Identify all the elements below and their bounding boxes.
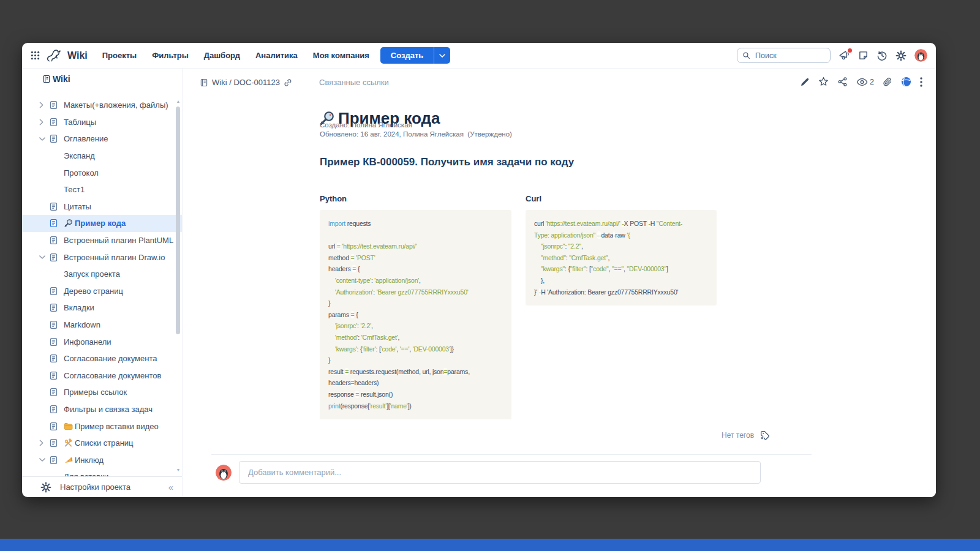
sidebar-item[interactable]: Цитаты — [22, 198, 182, 216]
user-avatar[interactable] — [216, 465, 232, 481]
create-button[interactable]: Создать — [380, 47, 450, 64]
edit-pencil-icon[interactable] — [800, 77, 810, 87]
sidebar-item-label: Инклюд — [75, 455, 104, 465]
sidebar-item[interactable]: Экспанд — [22, 148, 182, 165]
nav-item[interactable]: Дашборд — [204, 51, 240, 60]
comment-input[interactable] — [239, 461, 761, 484]
document-icon — [49, 303, 59, 312]
nav-item[interactable]: Аналитика — [255, 51, 298, 60]
notes-icon[interactable] — [858, 50, 869, 61]
sidebar-item[interactable]: Оглавление — [22, 130, 182, 148]
views-icon[interactable]: 2 — [856, 78, 874, 86]
sidebar-item[interactable]: Тест1 — [22, 181, 182, 198]
sidebar-item[interactable]: Таблицы — [22, 114, 182, 131]
project-settings-gear-icon[interactable] — [40, 482, 51, 493]
page-book-icon — [200, 78, 208, 87]
avatar-icon[interactable] — [914, 49, 927, 62]
sidebar-item[interactable]: Макеты(+вложения, файлы) — [22, 97, 182, 114]
chevron-right-icon[interactable] — [39, 440, 49, 446]
nav-item[interactable]: Фильтры — [152, 51, 189, 60]
nav-item[interactable]: Проекты — [102, 51, 137, 60]
chevron-down-icon[interactable] — [39, 457, 49, 462]
sidebar-item[interactable]: Запуск проекта — [22, 266, 182, 283]
search-input[interactable] — [754, 51, 825, 61]
breadcrumb-path[interactable]: Wiki / DOC-001123 — [212, 78, 280, 87]
cake-icon — [64, 456, 73, 464]
sidebar-item[interactable]: Пример кода — [22, 215, 182, 232]
tools-icon — [64, 438, 73, 448]
document-icon — [49, 422, 59, 431]
sidebar-item[interactable]: Фильтры и связка задач — [22, 401, 182, 418]
chevron-right-icon[interactable] — [39, 102, 49, 108]
document-icon — [49, 320, 59, 329]
global-search[interactable] — [737, 48, 831, 63]
page-tree: Макеты(+вложения, файлы)ТаблицыОглавлени… — [22, 89, 182, 476]
apps-grid-icon[interactable] — [31, 51, 40, 60]
navbar-right — [737, 48, 927, 63]
search-icon — [742, 51, 750, 59]
tags-row: Нет тегов — [320, 430, 771, 440]
sidebar-item-label: Дерево страниц — [64, 287, 123, 296]
notifications-icon[interactable] — [839, 50, 850, 61]
history-icon[interactable] — [876, 50, 888, 61]
code-block[interactable]: curl 'https://test.evateam.ru/api/' -X P… — [526, 210, 717, 305]
scrollbar-thumb[interactable] — [176, 107, 180, 334]
document-icon — [49, 337, 59, 347]
sidebar-item[interactable]: Согласование документа — [22, 350, 182, 367]
chevron-down-icon[interactable] — [39, 137, 49, 141]
sidebar-item-label: Примеры ссылок — [64, 388, 127, 397]
more-icon[interactable] — [920, 77, 922, 87]
create-button-label[interactable]: Создать — [380, 47, 434, 64]
sidebar-item[interactable]: Согласование документов — [22, 367, 182, 384]
sidebar-item[interactable]: Вкладки — [22, 299, 182, 317]
sidebar-item-label: Протокол — [64, 168, 99, 178]
chevron-right-icon[interactable] — [39, 119, 49, 126]
sidebar-item[interactable]: Для вставки — [22, 468, 182, 476]
chevron-down-icon[interactable] — [39, 255, 49, 260]
breadcrumb: Wiki / DOC-001123 Связанные ссылки — [200, 78, 389, 87]
sidebar-item-label: Оглавление — [64, 134, 108, 143]
copy-link-icon[interactable] — [284, 78, 292, 87]
add-tag-icon[interactable] — [760, 430, 771, 440]
sidebar-item-label: Пример кода — [75, 219, 126, 228]
project-settings-label[interactable]: Настройки проекта — [60, 482, 130, 492]
sidebar-item[interactable]: Инфопанели — [22, 333, 182, 350]
sidebar-item[interactable]: Встроенный плагин PlantUML — [22, 232, 182, 249]
sidebar-item[interactable]: Встроенный плагин Draw.io — [22, 249, 182, 266]
code-examples: Pythonimport requests url = 'https://tes… — [320, 194, 717, 419]
sidebar-item[interactable]: Markdown — [22, 317, 182, 334]
sidebar-collapse-button[interactable]: « — [168, 482, 173, 492]
sidebar-item[interactable]: Инклюд — [22, 451, 182, 468]
scroll-up-arrow-icon[interactable]: ▲ — [175, 99, 181, 104]
document-icon — [49, 118, 59, 127]
settings-icon[interactable] — [895, 50, 907, 61]
sidebar-item[interactable]: Пример вставки видео — [22, 418, 182, 435]
sidebar-scrollbar[interactable]: ▲ ▼ — [175, 99, 181, 473]
sidebar-item[interactable]: Дерево страниц — [22, 283, 182, 300]
favorite-icon[interactable] — [818, 77, 829, 87]
code-column: Pythonimport requests url = 'https://tes… — [320, 194, 511, 419]
code-block[interactable]: import requests url = 'https://test.evat… — [320, 210, 511, 419]
sidebar-item-label: Вкладки — [64, 303, 94, 312]
code-language-label: Python — [320, 194, 511, 203]
sidebar-item-label: Экспанд — [64, 151, 95, 160]
sidebar-item[interactable]: Примеры ссылок — [22, 384, 182, 401]
app-brand[interactable]: Wiki — [67, 50, 88, 61]
created-by: Создано: Полина Яглейская — [320, 121, 512, 130]
sidebar-item-label: Инфопанели — [64, 337, 111, 347]
scroll-down-arrow-icon[interactable]: ▼ — [175, 468, 181, 473]
share-icon[interactable] — [837, 77, 848, 87]
sidebar-item[interactable]: Списки страниц — [22, 435, 182, 452]
sidebar-item[interactable]: Протокол — [22, 164, 182, 181]
related-links-tab[interactable]: Связанные ссылки — [319, 78, 389, 87]
create-dropdown-caret[interactable] — [434, 47, 450, 64]
comments-divider — [211, 454, 812, 455]
sidebar-item-label: Списки страниц — [75, 438, 134, 448]
globe-icon[interactable] — [901, 77, 911, 87]
sidebar-item-label: Согласование документа — [64, 354, 157, 363]
main-content: Wiki / DOC-001123 Связанные ссылки 2 При… — [183, 69, 936, 497]
nav-item[interactable]: Моя компания — [313, 51, 369, 60]
attach-icon[interactable] — [883, 77, 892, 87]
code-language-label: Curl — [526, 194, 717, 203]
app-body: Wiki Макеты(+вложения, файлы)ТаблицыОгла… — [22, 69, 936, 497]
